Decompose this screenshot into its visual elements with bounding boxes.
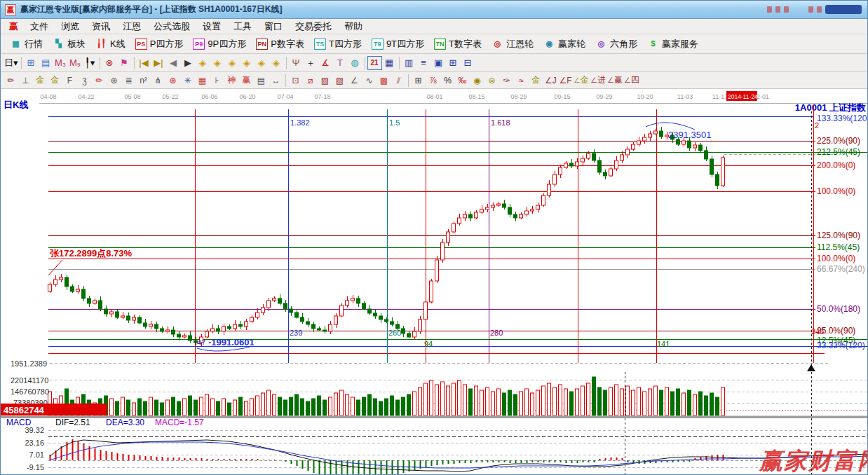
- menu-item-9[interactable]: 帮助: [338, 20, 369, 33]
- gann-grid-icon[interactable]: ⊥: [18, 74, 33, 87]
- info-doc-icon[interactable]: ▤: [39, 56, 53, 70]
- grid-fine-icon[interactable]: ▩: [377, 74, 391, 87]
- width-tool-icon[interactable]: ↔: [269, 74, 283, 87]
- brain-tool-icon[interactable]: ◍: [348, 56, 362, 70]
- menu-item-6[interactable]: 工具: [227, 20, 258, 33]
- toolbar-9t-square-button[interactable]: T99T四方形: [367, 36, 429, 52]
- menu-item-8[interactable]: 交易委托: [289, 20, 338, 33]
- last-bar-icon[interactable]: ▶|: [151, 56, 166, 70]
- band-tool-icon[interactable]: ≈: [514, 74, 529, 87]
- toolbar-winner-wheel-button[interactable]: ◉赢家轮: [538, 36, 590, 52]
- candle-style-icon[interactable]: ╿▾: [83, 56, 97, 70]
- rect-tool-icon[interactable]: ⊡: [288, 74, 303, 87]
- slope-gold-icon[interactable]: ∠金: [573, 74, 590, 87]
- stock-select-icon[interactable]: ⊗: [102, 56, 117, 70]
- star-grid-icon[interactable]: ✳: [180, 74, 195, 87]
- toolbar-p-square-button[interactable]: PSP四方形: [130, 36, 189, 52]
- toolbar-t-table-button[interactable]: TNT数字表: [429, 36, 487, 52]
- export-icon[interactable]: ⊞: [446, 56, 461, 70]
- pct-band-icon[interactable]: ⅞: [426, 74, 440, 87]
- slope-ying-icon[interactable]: ∠赢: [606, 74, 623, 87]
- zoom-h-icon[interactable]: ◈: [225, 56, 240, 70]
- ying-tool-icon[interactable]: 赢: [239, 74, 254, 87]
- menu-item-1[interactable]: 浏览: [55, 20, 86, 33]
- slope-si-icon[interactable]: ∠四: [623, 74, 640, 87]
- permille-icon[interactable]: ‰: [455, 74, 470, 87]
- ruler-pct-icon[interactable]: ⊞: [411, 74, 426, 87]
- gold-section-1-icon[interactable]: 金: [33, 74, 48, 87]
- data-table-icon[interactable]: ▥: [402, 56, 416, 70]
- print-icon[interactable]: ⊟: [461, 56, 475, 70]
- first-bar-icon[interactable]: |◀: [137, 56, 151, 70]
- fibonacci-icon[interactable]: F: [62, 74, 77, 87]
- gold-section-2-icon[interactable]: 金: [48, 74, 62, 87]
- brush-icon[interactable]: ✑: [499, 74, 514, 87]
- compass-icon[interactable]: ⊕: [165, 74, 180, 87]
- grid-shade-2-icon[interactable]: ▧: [332, 74, 347, 87]
- pencil-red-icon[interactable]: ✏: [92, 74, 107, 87]
- zoom-out-icon[interactable]: ◈: [255, 56, 269, 70]
- toolbar-kline-button[interactable]: ╽╿K线: [90, 36, 130, 52]
- grid-123-icon[interactable]: ▤: [254, 74, 269, 87]
- zoom-right-icon[interactable]: ◈: [210, 56, 225, 70]
- crosshair-icon[interactable]: ＋: [304, 56, 318, 70]
- toolbar-p-table-button[interactable]: PNP数字表: [251, 36, 309, 52]
- fan-lines-icon[interactable]: ⧄: [303, 74, 318, 87]
- toolbar-winner-service-button[interactable]: $赢家服务: [642, 36, 703, 52]
- bracket-icon[interactable]: ⊦: [210, 74, 224, 87]
- shirt-tool-icon[interactable]: T: [333, 56, 348, 70]
- grid-slash-icon[interactable]: ⫽: [391, 74, 406, 87]
- hand-drag-icon[interactable]: Ψ: [289, 56, 304, 70]
- kline-chart-canvas[interactable]: 04-0804-2205-0805-2206-0606-2007-0407-18…: [1, 89, 868, 475]
- zoom-fit-icon[interactable]: ◈: [269, 56, 284, 70]
- peak-arc: [646, 123, 695, 130]
- n-square-icon[interactable]: n²: [136, 74, 151, 87]
- gold-level-icon[interactable]: ⊜: [484, 74, 499, 87]
- angle-tool-icon[interactable]: ∡: [318, 56, 333, 70]
- menu-item-4[interactable]: 公式选股: [147, 20, 196, 33]
- next-bar-icon[interactable]: ▶: [181, 56, 196, 70]
- zoom-left-icon[interactable]: ◈: [196, 56, 210, 70]
- toolbar-t-square-button[interactable]: TST四方形: [309, 36, 367, 52]
- calculator-icon[interactable]: ▦: [382, 56, 397, 70]
- pencil-icon[interactable]: ✏: [4, 74, 18, 87]
- main-toolbar: ▦行情▚板块╽╿K线PSP四方形P99P四方形PNP数字表TST四方形T99T四…: [1, 34, 867, 54]
- box-grid-icon[interactable]: ▦: [195, 74, 210, 87]
- menu-item-7[interactable]: 窗口: [258, 20, 289, 33]
- shen-tool-icon[interactable]: 神: [224, 74, 239, 87]
- gold-circle-icon[interactable]: ◉: [470, 74, 484, 87]
- chart-label: 09-15: [554, 93, 570, 100]
- slope-f-icon[interactable]: ∠F: [558, 74, 573, 87]
- network-icon[interactable]: ⊞: [24, 56, 39, 70]
- chart-3-icon[interactable]: M₃: [53, 56, 68, 70]
- angle-line-icon[interactable]: ∠: [347, 74, 362, 87]
- notes-icon[interactable]: ≡: [416, 56, 431, 70]
- mirror-icon[interactable]: ⋔: [151, 74, 165, 87]
- toolbar-quotes-button[interactable]: ▦行情: [5, 36, 48, 52]
- titlebar-button[interactable]: [825, 5, 862, 14]
- chart-9-icon[interactable]: M₉: [68, 56, 83, 70]
- toolbar-9p-square-button[interactable]: P99P四方形: [188, 36, 251, 52]
- prev-bar-icon[interactable]: ◀: [166, 56, 181, 70]
- toolbar-hexagon-button[interactable]: ◎六角形: [590, 36, 642, 52]
- menu-item-0[interactable]: 文件: [24, 20, 55, 33]
- zoom-in-icon[interactable]: ◈: [240, 56, 255, 70]
- spiral-icon[interactable]: ʒ: [77, 74, 92, 87]
- slope-j-icon[interactable]: ∠J: [543, 74, 558, 87]
- menu-item-2[interactable]: 资讯: [86, 20, 116, 33]
- menu-item-5[interactable]: 设置: [196, 20, 227, 33]
- percent-icon[interactable]: %: [440, 74, 455, 87]
- toolbar-gann-wheel-button[interactable]: ◎江恩轮: [487, 36, 538, 52]
- slope-jin-icon[interactable]: ∠进: [590, 74, 606, 87]
- flag-marker-icon[interactable]: ⚑: [117, 56, 132, 70]
- h-lines-icon[interactable]: ≣: [121, 74, 136, 87]
- wave-tool-icon[interactable]: ∿: [362, 74, 377, 87]
- gann-circle-icon[interactable]: ⊕: [107, 74, 121, 87]
- gold-line-icon[interactable]: 金: [529, 74, 543, 87]
- period-day-icon[interactable]: 日▾: [4, 56, 19, 70]
- calendar-icon[interactable]: 21: [367, 56, 382, 70]
- menu-item-3[interactable]: 江恩: [116, 20, 147, 33]
- grid-shade-1-icon[interactable]: ▨: [318, 74, 332, 87]
- save-icon[interactable]: ▣: [431, 56, 446, 70]
- toolbar-sectors-button[interactable]: ▚板块: [48, 36, 90, 52]
